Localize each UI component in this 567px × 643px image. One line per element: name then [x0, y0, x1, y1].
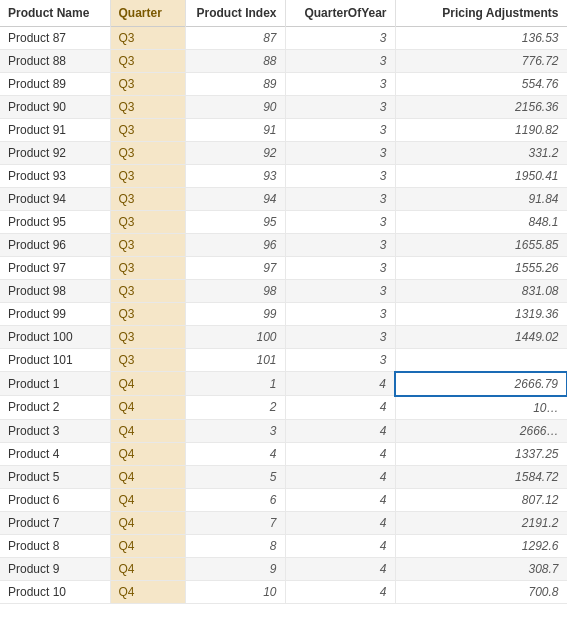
cell-quarter: Q3 — [110, 50, 185, 73]
table-row: Product 1Q4142666.79 — [0, 372, 567, 396]
cell-pricing-adjustments: 331.2 — [395, 142, 567, 165]
table-row: Product 101Q31013 — [0, 349, 567, 372]
cell-quarter-of-year: 3 — [285, 188, 395, 211]
cell-pricing-adjustments: 848.1 — [395, 211, 567, 234]
table-row: Product 6Q464807.12 — [0, 488, 567, 511]
cell-pricing-adjustments: 1950.41 — [395, 165, 567, 188]
cell-product-name: Product 100 — [0, 326, 110, 349]
cell-product-index: 95 — [185, 211, 285, 234]
cell-quarter: Q3 — [110, 257, 185, 280]
cell-quarter: Q4 — [110, 488, 185, 511]
cell-quarter-of-year: 4 — [285, 580, 395, 603]
cell-quarter: Q3 — [110, 280, 185, 303]
cell-quarter-of-year: 3 — [285, 234, 395, 257]
cell-quarter-of-year: 3 — [285, 165, 395, 188]
cell-product-name: Product 4 — [0, 442, 110, 465]
col-header-index: Product Index — [185, 0, 285, 27]
cell-quarter-of-year: 4 — [285, 465, 395, 488]
cell-quarter: Q3 — [110, 119, 185, 142]
cell-quarter: Q4 — [110, 534, 185, 557]
col-header-qoy: QuarterOfYear — [285, 0, 395, 27]
table-row: Product 9Q494308.7 — [0, 557, 567, 580]
cell-quarter: Q3 — [110, 303, 185, 326]
table-row: Product 5Q4541584.72 — [0, 465, 567, 488]
cell-product-name: Product 92 — [0, 142, 110, 165]
table-header-row: Product Name Quarter Product Index Quart… — [0, 0, 567, 27]
cell-product-index: 100 — [185, 326, 285, 349]
cell-pricing-adjustments: 831.08 — [395, 280, 567, 303]
table-row: Product 97Q39731555.26 — [0, 257, 567, 280]
cell-pricing-adjustments: 776.72 — [395, 50, 567, 73]
cell-product-name: Product 94 — [0, 188, 110, 211]
cell-quarter: Q3 — [110, 211, 185, 234]
table-row: Product 89Q3893554.76 — [0, 73, 567, 96]
cell-pricing-adjustments: 1337.25 — [395, 442, 567, 465]
cell-product-index: 90 — [185, 96, 285, 119]
cell-quarter: Q3 — [110, 326, 185, 349]
cell-quarter: Q3 — [110, 349, 185, 372]
cell-product-name: Product 10 — [0, 580, 110, 603]
cell-product-index: 10 — [185, 580, 285, 603]
cell-product-index: 98 — [185, 280, 285, 303]
cell-product-index: 4 — [185, 442, 285, 465]
cell-product-index: 91 — [185, 119, 285, 142]
col-header-name: Product Name — [0, 0, 110, 27]
cell-quarter: Q4 — [110, 419, 185, 442]
cell-quarter-of-year: 4 — [285, 419, 395, 442]
cell-product-index: 3 — [185, 419, 285, 442]
cell-product-name: Product 3 — [0, 419, 110, 442]
cell-product-index: 93 — [185, 165, 285, 188]
cell-product-index: 2 — [185, 396, 285, 420]
cell-product-index: 8 — [185, 534, 285, 557]
cell-product-index: 5 — [185, 465, 285, 488]
cell-product-name: Product 5 — [0, 465, 110, 488]
cell-quarter-of-year: 3 — [285, 27, 395, 50]
cell-product-name: Product 2 — [0, 396, 110, 420]
cell-pricing-adjustments: 1319.36 — [395, 303, 567, 326]
cell-product-name: Product 96 — [0, 234, 110, 257]
cell-product-name: Product 91 — [0, 119, 110, 142]
table-row: Product 100Q310031449.02 — [0, 326, 567, 349]
cell-quarter-of-year: 4 — [285, 396, 395, 420]
cell-quarter: Q3 — [110, 96, 185, 119]
col-header-pricing: Pricing Adjustments — [395, 0, 567, 27]
cell-product-name: Product 9 — [0, 557, 110, 580]
cell-pricing-adjustments: 2156.36 — [395, 96, 567, 119]
cell-pricing-adjustments: 1449.02 — [395, 326, 567, 349]
data-table: Product Name Quarter Product Index Quart… — [0, 0, 567, 604]
cell-product-index: 9 — [185, 557, 285, 580]
cell-product-index: 88 — [185, 50, 285, 73]
cell-quarter-of-year: 4 — [285, 372, 395, 396]
table-row: Product 92Q3923331.2 — [0, 142, 567, 165]
cell-product-name: Product 99 — [0, 303, 110, 326]
cell-quarter-of-year: 4 — [285, 488, 395, 511]
cell-product-name: Product 87 — [0, 27, 110, 50]
cell-pricing-adjustments — [395, 349, 567, 372]
cell-quarter: Q4 — [110, 465, 185, 488]
cell-pricing-adjustments: 700.8 — [395, 580, 567, 603]
cell-pricing-adjustments: 807.12 — [395, 488, 567, 511]
table-row: Product 91Q39131190.82 — [0, 119, 567, 142]
table-row: Product 8Q4841292.6 — [0, 534, 567, 557]
cell-product-name: Product 101 — [0, 349, 110, 372]
cell-pricing-adjustments: 1190.82 — [395, 119, 567, 142]
cell-product-index: 1 — [185, 372, 285, 396]
cell-product-index: 99 — [185, 303, 285, 326]
cell-pricing-adjustments: 10… — [395, 396, 567, 420]
cell-pricing-adjustments: 554.76 — [395, 73, 567, 96]
table-row: Product 90Q39032156.36 — [0, 96, 567, 119]
cell-pricing-adjustments: 1655.85 — [395, 234, 567, 257]
cell-pricing-adjustments: 1555.26 — [395, 257, 567, 280]
cell-product-name: Product 89 — [0, 73, 110, 96]
cell-quarter-of-year: 3 — [285, 326, 395, 349]
cell-quarter: Q4 — [110, 372, 185, 396]
cell-pricing-adjustments: 1584.72 — [395, 465, 567, 488]
table-row: Product 7Q4742191.2 — [0, 511, 567, 534]
cell-quarter-of-year: 3 — [285, 50, 395, 73]
cell-product-name: Product 93 — [0, 165, 110, 188]
cell-product-name: Product 90 — [0, 96, 110, 119]
cell-quarter: Q3 — [110, 73, 185, 96]
cell-quarter-of-year: 3 — [285, 73, 395, 96]
cell-quarter: Q4 — [110, 396, 185, 420]
cell-pricing-adjustments: 2666.79 — [395, 372, 567, 396]
